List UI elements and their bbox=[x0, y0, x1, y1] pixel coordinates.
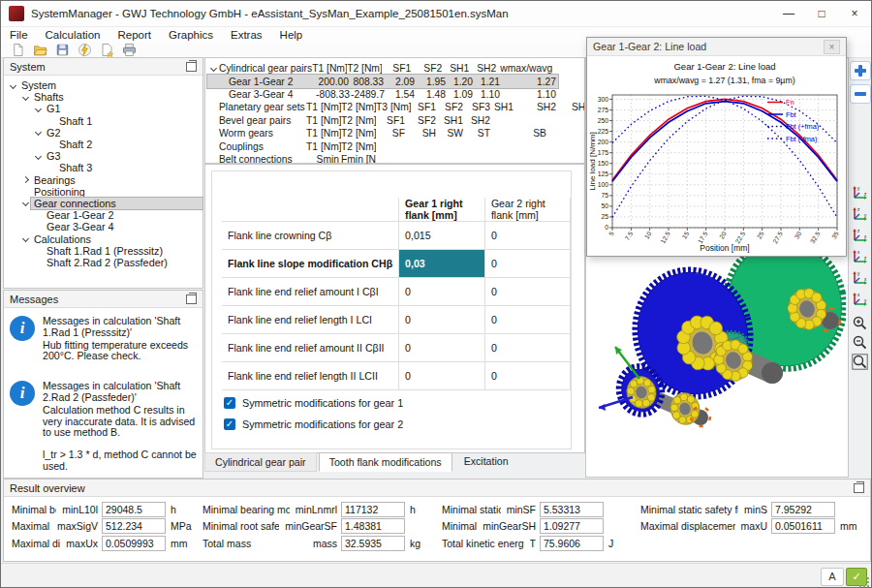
mod-value-cell[interactable]: 0 bbox=[484, 278, 570, 306]
symmetric-checkbox-gear1[interactable]: ✓Symmetric modifications for gear 1 bbox=[224, 397, 403, 409]
mod-value-cell[interactable]: 0 bbox=[399, 306, 485, 334]
row-label: Bevel gear pairs bbox=[219, 115, 306, 126]
close-button[interactable]: × bbox=[838, 1, 871, 26]
row-label: Couplings bbox=[219, 141, 306, 152]
svg-text:y: y bbox=[857, 271, 860, 276]
tree-item-shaft-3[interactable]: Shaft 3 bbox=[4, 162, 202, 173]
result-value-field: 7.95292 bbox=[771, 502, 835, 517]
mod-value-cell[interactable]: 0 bbox=[399, 362, 485, 390]
mod-value-cell[interactable]: 0 bbox=[399, 334, 485, 362]
menu-help[interactable]: Help bbox=[271, 29, 312, 41]
mod-value-cell[interactable]: 0 bbox=[484, 334, 570, 362]
tree-item-gear-connections[interactable]: Gear connections bbox=[4, 198, 202, 209]
row-gear-1-gear-2[interactable]: Gear 1-Gear 2200.00808.332.091.951.201.2… bbox=[207, 75, 558, 87]
view-yz-icon[interactable]: yz bbox=[852, 185, 868, 201]
tab-cylindrical-gear-pair[interactable]: Cylindrical gear pair bbox=[204, 452, 317, 472]
svg-text:z: z bbox=[857, 229, 860, 233]
group-planetary-gear-sets[interactable]: Planetary gear setsT1 [Nm]T2 [Nm]T3 [Nm]… bbox=[207, 101, 584, 113]
symmetric-checkbox-gear2[interactable]: ✓Symmetric modifications for gear 2 bbox=[224, 418, 403, 430]
chevron-down-icon[interactable] bbox=[33, 107, 44, 111]
menu-file[interactable]: File bbox=[1, 29, 37, 41]
minimize-button[interactable]: — bbox=[772, 1, 805, 26]
tab-tooth-flank-modifications[interactable]: Tooth flank modifications bbox=[319, 452, 452, 472]
chevron-right-icon[interactable] bbox=[20, 177, 31, 182]
tree-item-shaft-1[interactable]: Shaft 1 bbox=[4, 115, 202, 127]
tree-item-shaft-2[interactable]: Shaft 2 bbox=[4, 139, 202, 150]
float-panel-icon[interactable] bbox=[186, 294, 197, 304]
view-yx-icon[interactable]: yx bbox=[852, 270, 868, 287]
svg-text:Position [mm]: Position [mm] bbox=[700, 243, 750, 253]
view-zx-icon[interactable]: zx bbox=[852, 228, 868, 244]
view-xz-icon[interactable]: xz bbox=[852, 249, 868, 265]
group-worm-gears[interactable]: Worm gearsT1 [Nm]T2 [Nm]SFSHSWSTSB bbox=[207, 127, 548, 139]
mod-value-cell[interactable]: 0 bbox=[484, 362, 570, 390]
mod-value-cell[interactable]: 0 bbox=[484, 250, 570, 278]
result-maxU: Maximal displacement in radial direction… bbox=[640, 518, 865, 536]
svg-text:7.5: 7.5 bbox=[623, 231, 634, 242]
chevron-down-icon[interactable] bbox=[8, 83, 18, 88]
tree-item-shaft-2-rad-2-passfeder-[interactable]: Shaft 2.Rad 2 (Passfeder) bbox=[4, 257, 202, 268]
result-minS: Minimal static safety for bearings (ISO … bbox=[640, 501, 865, 518]
line-load-window-titlebar[interactable]: Gear 1-Gear 2: Line load × bbox=[587, 38, 846, 56]
menu-report[interactable]: Report bbox=[109, 29, 160, 41]
close-icon[interactable]: × bbox=[824, 40, 840, 54]
tree-item-gear-3-gear-4[interactable]: Gear 3-Gear 4 bbox=[4, 221, 202, 232]
view-zy-icon[interactable]: zy bbox=[852, 206, 868, 223]
print-icon[interactable] bbox=[118, 43, 140, 57]
tree-item-gear-1-gear-2[interactable]: Gear 1-Gear 2 bbox=[4, 209, 202, 221]
calculate-lightning-icon[interactable] bbox=[74, 43, 96, 57]
magnify-plus-icon[interactable] bbox=[852, 315, 868, 331]
svg-text:175: 175 bbox=[598, 149, 609, 156]
menu-calculation[interactable]: Calculation bbox=[37, 29, 109, 41]
save-icon[interactable] bbox=[51, 43, 74, 57]
mod-value-cell[interactable]: 0 bbox=[399, 278, 485, 306]
float-panel-icon[interactable] bbox=[854, 483, 864, 493]
cell: SF1 bbox=[382, 63, 413, 74]
view-xy-icon[interactable]: xy bbox=[852, 292, 868, 308]
zoom-in-plus-icon[interactable] bbox=[850, 61, 871, 80]
report-page-icon[interactable] bbox=[96, 43, 118, 57]
tree-item-label: Shaft 2 bbox=[56, 139, 95, 150]
mod-value-cell[interactable]: 0,03 bbox=[399, 250, 485, 278]
tree-item-positioning[interactable]: Positioning bbox=[4, 186, 202, 198]
chevron-down-icon[interactable] bbox=[20, 201, 31, 205]
menu-graphics[interactable]: Graphics bbox=[160, 29, 222, 41]
resize-grip[interactable] bbox=[859, 577, 869, 587]
checkbox-icon[interactable]: ✓ bbox=[224, 418, 235, 430]
tree-item-calculations[interactable]: Calculations bbox=[4, 232, 202, 244]
tree-item-g3[interactable]: G3 bbox=[4, 150, 202, 162]
mod-value-cell[interactable]: 0 bbox=[484, 306, 570, 334]
tree-item-system[interactable]: System bbox=[4, 79, 202, 91]
status-a-button[interactable]: A bbox=[821, 568, 844, 586]
chevron-down-icon[interactable] bbox=[207, 66, 219, 71]
zoom-out-minus-icon[interactable] bbox=[850, 84, 871, 104]
tree-item-label: Shaft 1 bbox=[56, 115, 95, 127]
tree-item-shaft-1-rad-1-presssitz-[interactable]: Shaft 1.Rad 1 (Presssitz) bbox=[4, 245, 202, 257]
row-label: Cylindrical gear pairs bbox=[219, 63, 312, 74]
group-bevel-gear-pairs[interactable]: Bevel gear pairsT1 [Nm]T2 [Nm]SF1SF2SH1S… bbox=[207, 114, 492, 127]
menu-extras[interactable]: Extras bbox=[222, 29, 271, 41]
row-gear-3-gear-4[interactable]: Gear 3-Gear 4-808.33-2489.71.541.481.091… bbox=[207, 88, 558, 101]
magnify-minus-icon[interactable] bbox=[852, 334, 868, 351]
open-folder-icon[interactable] bbox=[29, 43, 51, 57]
chevron-down-icon[interactable] bbox=[33, 130, 44, 135]
chevron-down-icon[interactable] bbox=[20, 236, 31, 241]
tree-item-shafts[interactable]: Shafts bbox=[4, 91, 202, 103]
tab-excitation[interactable]: Excitation bbox=[454, 452, 518, 470]
maximize-button[interactable]: □ bbox=[805, 1, 838, 26]
chevron-down-icon[interactable] bbox=[33, 154, 44, 159]
mod-value-cell[interactable]: 0,015 bbox=[399, 222, 485, 250]
cell: SH2 bbox=[465, 115, 492, 126]
group-couplings[interactable]: CouplingsT1 [Nm]T2 [Nm] bbox=[207, 139, 376, 152]
mod-value-cell[interactable]: 0 bbox=[484, 222, 570, 250]
new-document-icon[interactable] bbox=[7, 43, 29, 57]
checkbox-icon[interactable]: ✓ bbox=[224, 397, 235, 409]
float-panel-icon[interactable] bbox=[186, 62, 197, 72]
zoom-fit-icon[interactable] bbox=[852, 354, 868, 370]
group-cylindrical-gear-pairs[interactable]: Cylindrical gear pairsT1 [Nm]T2 [Nm]SF1S… bbox=[207, 62, 554, 75]
result-label: Maximal equivalent stress bbox=[12, 520, 51, 532]
chevron-down-icon[interactable] bbox=[20, 95, 31, 100]
tree-item-g1[interactable]: G1 bbox=[4, 103, 202, 114]
tree-item-bearings[interactable]: Bearings bbox=[4, 174, 202, 186]
tree-item-g2[interactable]: G2 bbox=[4, 127, 202, 139]
